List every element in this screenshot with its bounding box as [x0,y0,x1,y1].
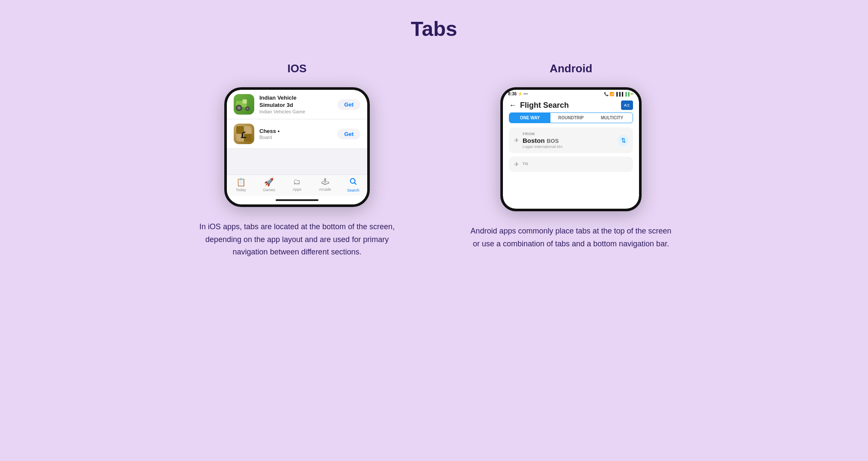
wifi-icon: 📶 [609,92,614,96]
svg-point-5 [247,108,248,109]
battery-icon: ⚡ [517,92,523,96]
ios-tab-bar: 📋 Today 🚀 Games 🗂 Apps 🕹 Arcade [227,174,367,196]
tab-one-way[interactable]: ONE WAY [509,113,550,123]
get-button-2[interactable]: Get [337,129,360,139]
apps-icon: 🗂 [293,177,301,186]
translate-icon[interactable]: A 文 [621,100,633,110]
app-subtitle-2: Board [259,135,337,140]
status-icons: 📞 📶 ▐▐▐ ▐▐ ✏ [604,92,634,96]
from-card[interactable]: ✈ FROM Boston BOS Logan International-MA [509,127,633,153]
tab-apps-label: Apps [293,187,302,192]
arcade-icon: 🕹 [321,177,329,186]
svg-rect-9 [241,137,247,138]
main-columns: IOS [134,62,734,259]
to-plane-icon: ✈ [514,161,519,168]
from-airport: Logan International-MA [523,145,563,149]
games-icon: 🚀 [264,177,273,187]
app-name-1: Indian VehicleSimulator 3d [259,95,337,109]
flight-search-title: Flight Search [520,101,621,110]
time-text: 8:36 [508,92,517,96]
ios-title: IOS [288,62,307,75]
tab-today[interactable]: 📋 Today [227,177,255,192]
list-item: Indian VehicleSimulator 3d Indian Vehicl… [227,90,367,119]
back-button[interactable]: ← [509,101,517,110]
app-info-2: Chess • Board [259,128,337,140]
tab-games-label: Games [263,188,275,192]
phone-icon: 📞 [604,92,609,96]
tractor-image [235,97,253,112]
home-indicator [276,199,318,201]
tab-arcade[interactable]: 🕹 Arcade [311,177,339,192]
app-info-1: Indian VehicleSimulator 3d Indian Vehicl… [259,95,337,114]
android-column: Android 8:36 ⚡ — 📞 📶 ▐▐▐ ▐▐ ✏ [451,62,691,250]
search-icon [349,177,357,187]
android-description: Android apps commonly place tabs at the … [468,225,674,250]
to-card[interactable]: ✈ TO [509,157,633,172]
android-title: Android [550,62,592,75]
from-card-wrapper: ✈ FROM Boston BOS Logan International-MA [509,127,633,153]
tab-multicity[interactable]: MULTICITY [592,113,633,123]
list-item: Chess • Board Get [227,119,367,149]
tab-games[interactable]: 🚀 Games [255,177,283,192]
edit-icon: ✏ [630,92,634,96]
android-phone-mockup: 8:36 ⚡ — 📞 📶 ▐▐▐ ▐▐ ✏ ← Flight Se [500,87,642,211]
app-icon-chess [234,124,254,144]
translate-zh: 文 [627,103,630,108]
page-title: Tabs [411,17,457,41]
dash-text: — [523,92,528,96]
swap-button[interactable]: ⇅ [618,135,629,146]
signal-icon: ▐▐▐ [615,92,623,96]
app-subtitle-1: Indian Vehicles Game [259,109,337,114]
from-info: FROM Boston BOS Logan International-MA [523,132,563,149]
today-icon: 📋 [236,177,246,187]
ios-app-list: Indian VehicleSimulator 3d Indian Vehicl… [227,90,367,174]
android-top-tab-bar: ONE WAY ROUNDTRIP MULTICITY [509,112,633,123]
android-app-header: ← Flight Search A 文 [503,97,639,112]
to-label: TO [523,162,528,166]
android-status-bar: 8:36 ⚡ — 📞 📶 ▐▐▐ ▐▐ ✏ [503,90,639,97]
ios-column: IOS [177,62,417,259]
signal-bars: ▐▐ [624,92,630,96]
ios-home-bar [227,196,367,204]
ios-description: In iOS apps, tabs are located at the bot… [194,221,400,259]
from-city: Boston [523,137,545,144]
from-card-row: ✈ FROM Boston BOS Logan International-MA [514,132,628,149]
tab-search-label: Search [347,188,360,192]
get-button-1[interactable]: Get [337,99,360,110]
svg-rect-1 [243,99,247,103]
to-info: TO [523,162,528,167]
tab-today-label: Today [236,188,246,192]
android-flight-content: ✈ FROM Boston BOS Logan International-MA [503,127,639,209]
from-plane-icon: ✈ [514,137,519,144]
from-code: BOS [547,138,559,144]
tab-roundtrip[interactable]: ROUNDTRIP [550,113,592,123]
app-name-2: Chess • [259,128,337,135]
svg-point-3 [238,106,241,109]
tab-apps[interactable]: 🗂 Apps [283,177,311,192]
tab-arcade-label: Arcade [319,187,331,192]
ios-phone-mockup: Indian VehicleSimulator 3d Indian Vehicl… [224,87,370,207]
app-icon-tractor [234,94,254,115]
chess-image [236,126,252,142]
tab-search[interactable]: Search [339,177,367,192]
from-city-row: Boston BOS [523,137,563,145]
android-screen: 8:36 ⚡ — 📞 📶 ▐▐▐ ▐▐ ✏ ← Flight Se [503,90,639,209]
from-label: FROM [523,132,563,136]
ios-screen: Indian VehicleSimulator 3d Indian Vehicl… [227,90,367,204]
status-time: 8:36 ⚡ — [508,92,528,96]
